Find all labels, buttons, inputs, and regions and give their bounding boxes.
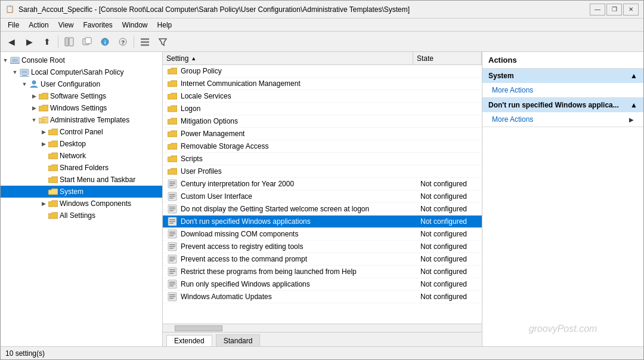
list-row[interactable]: Internet Communication Management [163,78,482,90]
list-row[interactable]: Restrict these programs from being launc… [163,266,482,278]
close-button[interactable]: ✕ [623,4,639,16]
list-row[interactable]: Custom User InterfaceNot configured [163,190,482,203]
menu-item-favorites[interactable]: Favorites [79,19,117,31]
expander-windows-settings[interactable]: ▶ [29,103,39,113]
tree-item-desktop[interactable]: ▶ Desktop [1,138,162,150]
more-actions-1[interactable]: More Actions [482,83,643,97]
tree-item-network[interactable]: Network [1,150,162,162]
local-computer-label: Local Computer\Sarah Policy [31,68,123,76]
svg-point-19 [32,81,36,84]
svg-rect-24 [169,183,175,184]
menu-item-action[interactable]: Action [24,19,53,31]
setting-column-header[interactable]: Setting ▲ [163,52,413,64]
restore-button[interactable]: ❐ [606,4,622,16]
menu-bar: FileActionViewFavoritesWindowHelp [1,19,643,32]
svg-rect-18 [20,76,29,77]
menu-item-help[interactable]: Help [153,19,177,31]
row-setting-text: Mitigation Options [178,117,417,125]
toolbar-separator-2 [134,36,134,48]
menu-item-view[interactable]: View [54,19,79,31]
expander-software-settings[interactable]: ▶ [29,91,39,101]
view-button[interactable] [137,34,153,50]
expander-control-panel[interactable]: ▶ [39,127,48,137]
up-button[interactable]: ⬆ [39,34,55,50]
show-hide-console-tree-button[interactable] [61,34,78,50]
dont-run-section-header[interactable]: Don't run specified Windows applica... ▲ [482,98,643,112]
list-row[interactable]: Prevent access to registry editing tools… [163,241,482,253]
svg-rect-14 [10,63,20,64]
tree-item-all-settings[interactable]: All Settings [1,210,162,221]
expander-network[interactable] [39,151,48,161]
expander-user-config[interactable]: ▼ [20,79,29,89]
list-row[interactable]: Group Policy [163,65,482,78]
more-actions-2[interactable]: More Actions ▶ [482,112,643,127]
folder-icon [166,78,178,90]
svg-rect-59 [169,294,175,296]
menu-item-window[interactable]: Window [117,19,153,31]
row-state-text: Not configured [417,293,482,301]
filter-button[interactable] [154,34,171,50]
tree-item-system[interactable]: System [1,186,162,198]
row-setting-text: Power Management [178,130,417,138]
expander-desktop[interactable]: ▶ [39,139,48,149]
software-settings-icon [39,91,48,101]
tree-item-software-settings[interactable]: ▶ Software Settings [1,90,162,102]
list-row[interactable]: Power Management [163,128,482,140]
list-row[interactable]: Locale Services [163,90,482,103]
list-row[interactable]: Do not display the Getting Started welco… [163,203,482,216]
status-bar: 10 setting(s) [1,346,643,359]
tree-item-windows-components[interactable]: ▶ Windows Components [1,198,162,210]
tree-item-local-computer[interactable]: ▼ Local Computer\Sarah Policy [1,66,162,78]
state-column-header[interactable]: State [413,52,482,64]
list-row[interactable]: Century interpretation for Year 2000Not … [163,178,482,190]
expander-console-root[interactable]: ▼ [1,56,10,65]
expander-windows-components[interactable]: ▶ [39,199,48,208]
back-button[interactable]: ◀ [3,34,20,50]
help-button[interactable]: ? [114,34,131,50]
shared-folders-icon [48,163,58,173]
list-row[interactable]: Download missing COM componentsNot confi… [163,228,482,241]
console-root-label: Console Root [21,56,65,64]
system-section-header[interactable]: System ▲ [482,69,643,83]
expander-admin-templates[interactable]: ▼ [29,115,39,125]
minimize-button[interactable]: — [590,4,605,16]
list-row[interactable]: Logon [163,103,482,115]
center-panel: Setting ▲ State Group Policy Internet Co… [163,52,482,346]
list-row[interactable]: Don't run specified Windows applications… [163,216,482,228]
tab-standard[interactable]: Standard [216,334,261,346]
expander-system[interactable] [39,187,48,196]
tree-item-user-config[interactable]: ▼ User Configuration [1,78,162,90]
new-window-button[interactable] [79,34,95,50]
forward-button[interactable]: ▶ [21,34,38,50]
horizontal-scrollbar[interactable] [163,324,482,332]
list-row[interactable]: Mitigation Options [163,115,482,128]
tree-item-admin-templates[interactable]: ▼ Administrative Templates [1,114,162,126]
list-row[interactable]: Scripts [163,153,482,165]
svg-rect-44 [169,246,175,247]
list-row[interactable]: Prevent access to the command promptNot … [163,253,482,266]
list-row[interactable]: Removable Storage Access [163,140,482,153]
expander-all-settings[interactable] [39,211,48,220]
tree-item-windows-settings[interactable]: ▶ Windows Settings [1,102,162,114]
window-title: Sarah_Accout_Specific - [Console Root\Lo… [18,5,590,14]
system-label: System [60,187,83,196]
svg-rect-13 [12,59,18,62]
properties-button[interactable]: i [97,34,113,50]
expander-start-menu[interactable] [39,175,48,184]
svg-rect-47 [169,257,175,258]
tree-item-shared-folders[interactable]: Shared Folders [1,162,162,174]
tree-item-console-root[interactable]: ▼ Console Root [1,54,162,66]
expander-local-computer[interactable]: ▼ [10,67,20,77]
tree-item-start-menu[interactable]: Start Menu and Taskbar [1,174,162,186]
list-row[interactable]: User Profiles [163,165,482,178]
menu-item-file[interactable]: File [3,19,24,31]
tab-extended[interactable]: Extended [166,335,212,346]
expander-shared-folders[interactable] [39,163,48,173]
list-row[interactable]: Windows Automatic UpdatesNot configured [163,291,482,303]
list-row[interactable]: Run only specified Windows applicationsN… [163,278,482,291]
windows-settings-label: Windows Settings [50,104,107,112]
row-setting-text: Restrict these programs from being launc… [178,267,417,276]
tree-item-control-panel[interactable]: ▶ Control Panel [1,126,162,138]
scrollbar-thumb[interactable] [175,325,222,331]
svg-rect-49 [169,260,174,261]
